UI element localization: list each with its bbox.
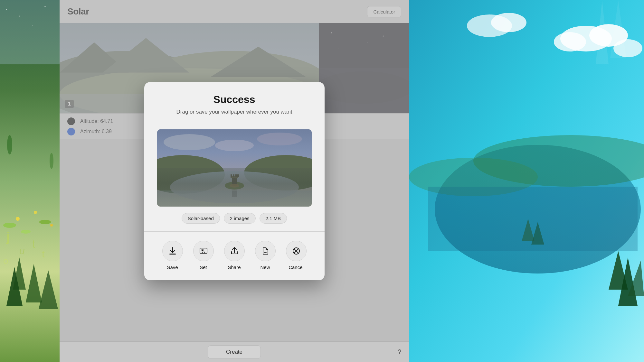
svg-point-60 [257,133,302,145]
modal-header: Success Drag or save your wallpaper wher… [144,82,325,124]
set-icon [199,246,208,255]
svg-text:t: t [42,248,45,260]
new-icon-circle [255,241,276,261]
svg-point-7 [21,230,31,234]
svg-text:t: t [32,237,35,250]
svg-point-30 [491,13,526,32]
svg-point-61 [215,140,254,151]
castle-reflection [157,168,312,207]
svg-point-59 [164,134,215,150]
app-window: Solar Calculator [60,0,409,362]
left-artwork: j u t o t [0,0,60,362]
svg-point-8 [39,220,51,224]
svg-rect-75 [169,254,176,255]
success-modal: Success Drag or save your wallpaper wher… [144,82,325,280]
set-icon-circle [193,241,214,261]
svg-text:o: o [3,256,8,266]
share-icon-circle [224,241,245,261]
cancel-label: Cancel [289,265,304,270]
save-icon [168,246,177,255]
share-icon [230,246,239,255]
help-button[interactable]: ? [398,348,401,356]
svg-point-10 [34,211,37,214]
save-icon-circle [162,241,183,261]
svg-point-9 [16,217,20,221]
svg-point-21 [44,6,46,7]
svg-text:u: u [19,246,25,256]
svg-point-20 [19,16,20,17]
tag-size: 2.1 MB [260,213,287,224]
bottom-bar: Create ? [60,341,409,362]
svg-point-27 [554,32,586,51]
modal-wallpaper-image [157,129,312,207]
cancel-icon [292,246,301,255]
svg-point-6 [3,223,16,228]
share-label: Share [228,265,241,270]
save-label: Save [167,265,178,270]
new-label: New [260,265,270,270]
svg-rect-1 [0,0,60,64]
modal-title: Success [157,94,312,106]
set-button[interactable]: Set [193,241,214,270]
modal-subtitle: Drag or save your wallpaper wherever you… [157,109,312,115]
svg-text:j: j [6,230,10,244]
svg-point-13 [50,153,53,169]
right-artwork [409,0,644,362]
modal-overlay: Success Drag or save your wallpaper wher… [60,0,409,362]
cancel-button[interactable]: Cancel [286,241,307,270]
save-button[interactable]: Save [162,241,183,270]
share-button[interactable]: Share [224,241,245,270]
cancel-icon-circle [286,241,307,261]
modal-actions: Save Set [144,232,325,280]
new-icon [261,246,270,255]
tag-count: 2 images [224,213,256,224]
svg-point-22 [32,25,33,26]
svg-point-19 [6,9,7,10]
modal-tags: Solar-based 2 images 2.1 MB [144,213,325,231]
create-button[interactable]: Create [208,345,261,359]
svg-rect-38 [428,187,638,251]
modal-wallpaper-preview [157,129,312,207]
tag-type: Solar-based [182,213,220,224]
set-label: Set [200,265,207,270]
new-button[interactable]: New [255,241,276,270]
svg-point-11 [50,224,53,227]
svg-point-12 [7,135,12,154]
